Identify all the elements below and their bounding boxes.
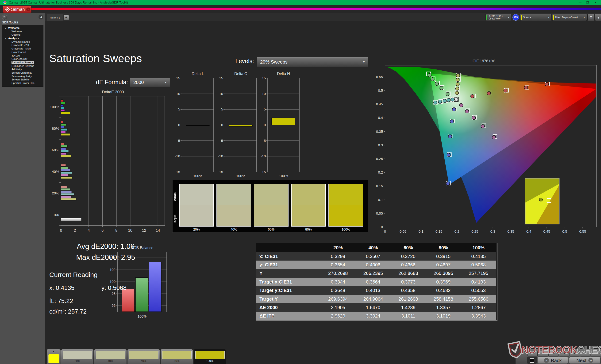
meter-status-indicator [486, 15, 487, 20]
sidebar-item-screen-angularity[interactable]: Screen Angularity [2, 75, 43, 78]
levels-dropdown[interactable]: 20% Sweeps ▼ [257, 57, 368, 67]
svg-text:100: 100 [53, 213, 59, 217]
deltae-bar [61, 129, 67, 131]
de-formula-dropdown[interactable]: 2000 ▼ [130, 78, 170, 87]
deltae-2000-chart: DeltaE 200002468101214100%80%60%40%20%10… [47, 89, 171, 235]
sidebar-item-grayscale-multi[interactable]: Grayscale - Multi [2, 47, 43, 50]
footer-tool-button-4[interactable]: ● [559, 351, 569, 356]
deltae-bar [61, 110, 65, 112]
sidebar-item-welcome[interactable]: Welcome [2, 30, 43, 33]
minimize-icon[interactable]: — [577, 0, 583, 5]
collapse-panel-button[interactable]: ◀ [595, 14, 601, 21]
tile-label: 60% [128, 359, 160, 363]
cie-point-blue [450, 120, 454, 123]
svg-text:15: 15 [176, 76, 180, 80]
table-cell: 0.3654 [321, 260, 356, 269]
filmstrip-tile-60[interactable]: 60% [128, 349, 160, 364]
delta-c-chart: Delta C151050-5-10-15100% [216, 70, 260, 179]
cie-point-green [431, 78, 434, 81]
chevron-double-left-icon: « [544, 358, 549, 363]
svg-text:60%: 60% [52, 148, 59, 152]
cie-point-magenta [465, 110, 469, 113]
reading-cdm2: cd/m²: 257.72 [49, 308, 87, 315]
svg-text:0.45: 0.45 [543, 229, 550, 233]
sidebar-item-colorchecker[interactable]: ColorChecker [2, 57, 43, 61]
cie-point-green [435, 82, 439, 85]
cie-point-yellow [455, 87, 459, 90]
deltae-bar [61, 172, 72, 174]
svg-text:Delta L: Delta L [191, 72, 204, 76]
sidebar-item-welcome-group[interactable]: ◢Welcome [2, 26, 43, 30]
sidebar-item-color-gamut[interactable]: Color Gamut [2, 50, 43, 54]
sidebar-item-luminance-sweeps[interactable]: Luminance Sweeps [2, 64, 43, 68]
svg-text:100%: 100% [236, 174, 245, 178]
sidebar-item-grayscale-2pt[interactable]: Grayscale - 2pt [2, 43, 43, 47]
stop-button[interactable] [527, 357, 537, 364]
chevron-down-icon[interactable]: ▼ [26, 8, 30, 11]
deltae-bar [61, 100, 63, 102]
svg-text:100%: 100% [50, 105, 59, 109]
footer-tool-button-6[interactable]: ● [580, 351, 591, 356]
svg-text:15: 15 [262, 76, 266, 80]
chevron-down-icon: ▼ [583, 16, 585, 19]
svg-text:20%: 20% [52, 191, 59, 195]
footer-tool-button-3[interactable]: ● [548, 351, 559, 356]
swatch-compare-panel: Actual Target 20%40%60%80%100% [172, 180, 368, 233]
deltae-bar [61, 150, 69, 152]
reading-y: y: 0.5068 [101, 284, 127, 292]
expander-icon[interactable]: ◢ [5, 37, 6, 40]
deltae-bar-white [61, 218, 81, 221]
table-cell: 2.1905 [321, 303, 356, 312]
sidebar-item-saturation-sweeps[interactable]: Saturation Sweeps [2, 61, 43, 64]
tab-history-1[interactable]: History 1 [47, 14, 63, 21]
svg-text:-5: -5 [177, 139, 180, 143]
svg-text:10: 10 [128, 229, 132, 232]
footer-tool-button-7[interactable]: ● [591, 351, 601, 356]
next-button[interactable]: Next » [569, 357, 601, 364]
filmstrip-nav-tile[interactable]: ▲ [47, 349, 60, 364]
footer-tool-button-1[interactable]: ● [527, 351, 538, 356]
close-icon[interactable]: ✕ [592, 0, 599, 5]
maximize-icon[interactable]: ❐ [585, 0, 591, 5]
cie-point-magenta [472, 116, 476, 120]
settings-button[interactable]: ⚙ [587, 14, 595, 21]
sidebar-collapse-button[interactable]: ◀ [39, 15, 43, 19]
table-cell: 0.5053 [461, 286, 496, 295]
delta-l-bar [186, 125, 210, 126]
svg-text:CIE 1976 u'v': CIE 1976 u'v' [473, 59, 495, 63]
table-cell: 262.8683 [391, 269, 426, 278]
workflow-home-button[interactable] [2, 15, 7, 20]
footer-tool-button-2[interactable]: ● [538, 351, 548, 356]
svg-text:0.3: 0.3 [378, 143, 383, 147]
measurement-table: 20%40%60%80%100%x: CIE310.32990.35070.37… [256, 243, 498, 321]
table-cell: 0.3648 [321, 286, 356, 295]
display-control-dropdown[interactable]: Direct Display Control ▼ [552, 14, 587, 21]
sidebar-item-analysis-group[interactable]: ◢Analysis [2, 37, 43, 40]
sidebar-item-3d-lut[interactable]: 3D LUT [2, 54, 43, 57]
back-button[interactable]: « Back [538, 357, 568, 364]
measurement-count-badge[interactable]: 235 [512, 14, 519, 21]
filmstrip-tile-40[interactable]: 40% [94, 349, 127, 364]
calman-menu-button[interactable]: calman ▼ [3, 6, 31, 13]
footer-tool-button-5[interactable]: ● [570, 351, 580, 356]
sidebar-item-additivity[interactable]: Additivity [2, 67, 43, 71]
add-tab-button[interactable]: + [64, 15, 69, 20]
deltae-bar [61, 153, 66, 155]
filmstrip-tile-80[interactable]: 80% [160, 349, 193, 364]
source-dropdown[interactable]: Source ▼ [520, 14, 551, 21]
cie-point-magenta [492, 135, 496, 139]
cie-point-green [440, 86, 443, 90]
swatch-target [217, 205, 251, 226]
sidebar-item-screen-uniformity[interactable]: Screen Uniformity [2, 71, 43, 75]
arrow-up-icon[interactable]: ▲ [51, 350, 56, 354]
sidebar-item-options[interactable]: Options [2, 33, 43, 37]
sidebar-item-screen-stability[interactable]: Screen Stability [2, 78, 43, 81]
filmstrip-tile-100[interactable]: 100% [194, 349, 226, 364]
expander-icon[interactable]: ◢ [5, 26, 6, 30]
filmstrip-tile-20[interactable]: 20% [61, 349, 93, 364]
sidebar-item-dynamic-range[interactable]: Dynamic Range [2, 40, 43, 44]
sidebar-item-spectral-power-dist[interactable]: Spectral Power Dist. [2, 81, 43, 85]
calman-diamond-icon [5, 7, 10, 12]
meter-dropdown[interactable]: X-Rite i1Pro 2 Direct View ▼ [485, 14, 511, 21]
table-cell: 3.1019 [426, 312, 461, 320]
